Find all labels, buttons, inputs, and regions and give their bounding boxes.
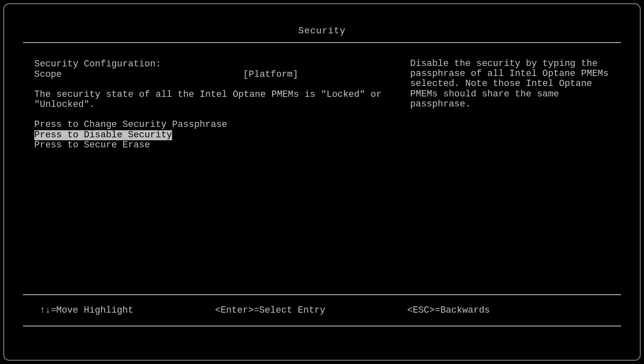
hint-esc: <ESC>=Backwards	[407, 305, 604, 316]
footer: ↑↓=Move Highlight <Enter>=Select Entry <…	[23, 294, 621, 326]
arrows-icon: ↑↓	[40, 305, 51, 316]
hint-enter: <Enter>=Select Entry	[215, 305, 382, 316]
hint-move-label: =Move Highlight	[51, 305, 133, 316]
footer-divider-top	[23, 294, 621, 295]
hint-move-highlight: ↑↓=Move Highlight	[40, 305, 190, 316]
footer-divider-bottom	[23, 326, 621, 326]
footer-hints: ↑↓=Move Highlight <Enter>=Select Entry <…	[23, 302, 621, 319]
